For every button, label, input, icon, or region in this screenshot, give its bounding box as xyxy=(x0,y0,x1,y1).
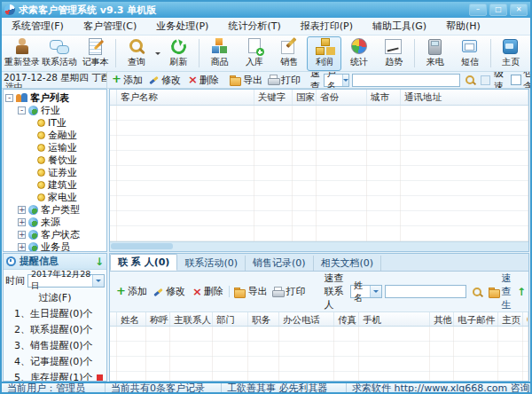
col-position[interactable]: 职务 xyxy=(248,312,279,326)
minimize-button[interactable]: – xyxy=(469,4,487,16)
delete-contact-button[interactable]: 删除 xyxy=(191,285,223,298)
expand-box-icon[interactable]: + xyxy=(18,231,26,239)
add-contact-button[interactable]: 添加 xyxy=(114,285,147,298)
collapse-box-icon[interactable]: - xyxy=(5,94,13,102)
collapse-arrow-icon[interactable]: ↓ xyxy=(95,256,104,268)
tree-item-securities[interactable]: 证券业 xyxy=(37,166,106,178)
col-name[interactable]: 姓名 xyxy=(117,312,146,326)
reminder-item-stock[interactable]: 5、库存提醒(1)个 xyxy=(4,370,106,382)
homepage-button[interactable]: 主页 xyxy=(494,36,528,71)
menu-statistics[interactable]: 统计分析(T) xyxy=(218,18,290,35)
quick-search-input[interactable] xyxy=(352,74,460,87)
menu-business[interactable]: 业务处理(P) xyxy=(146,18,218,35)
trend-button[interactable]: 趋势 xyxy=(377,36,411,71)
contact-table-body[interactable] xyxy=(110,327,528,381)
tree-item-construction[interactable]: 建筑业 xyxy=(37,178,106,191)
query-dropdown-arrow-icon[interactable] xyxy=(154,50,161,58)
collapse-box-icon[interactable]: - xyxy=(18,106,26,114)
col-other[interactable]: 其他 xyxy=(430,312,454,326)
add-customer-button[interactable]: 添加 xyxy=(110,74,143,87)
tree-item-customer-list[interactable]: - 客户列表 xyxy=(5,91,106,104)
globe-icon xyxy=(28,230,38,240)
contact-search-field-select[interactable]: 姓名 xyxy=(350,285,381,298)
print-contact-button[interactable]: 打印 xyxy=(272,285,305,298)
menu-system[interactable]: 系统管理(F) xyxy=(2,18,74,35)
col-fax[interactable]: 传真 xyxy=(334,312,359,326)
goods-button[interactable]: 商品 xyxy=(202,36,237,71)
reminder-item-sales[interactable]: 3、销售提醒(0)个 xyxy=(4,338,106,354)
query-button[interactable]: 查询 xyxy=(119,36,153,71)
sales-button[interactable]: 销售 xyxy=(272,36,307,71)
tree-item-catering[interactable]: 餐饮业 xyxy=(37,154,106,166)
col-salutation[interactable]: 称呼 xyxy=(146,312,170,326)
tree-item-source[interactable]: + 来源 xyxy=(18,216,106,228)
menu-customer[interactable]: 客户管理(C) xyxy=(74,18,146,35)
refresh-button[interactable]: 刷新 xyxy=(161,36,196,71)
expand-box-icon[interactable]: + xyxy=(18,206,26,214)
menu-report-print[interactable]: 报表打印(P) xyxy=(291,18,363,35)
tree-item-it[interactable]: IT业 xyxy=(37,116,106,129)
incoming-call-button[interactable]: 来电 xyxy=(418,36,452,71)
contact-activity-button[interactable]: 联系活动 xyxy=(41,36,78,71)
stock-in-button[interactable]: 入库 xyxy=(237,36,271,71)
quick-search-field-select[interactable]: 客户名称 xyxy=(324,74,349,87)
tree-item-customer-status[interactable]: + 客户状态 xyxy=(18,228,106,240)
tree-item-transport[interactable]: 运输业 xyxy=(37,141,106,154)
quick-search-go-icon[interactable] xyxy=(465,75,476,85)
advanced-search-link[interactable]: 高级速查 xyxy=(494,72,504,89)
notepad-button[interactable]: 记事本 xyxy=(78,36,113,71)
expand-box-icon[interactable]: + xyxy=(18,218,26,226)
col-qq[interactable]: QQ xyxy=(523,312,528,326)
birthday-folder-icon[interactable] xyxy=(489,287,500,297)
col-province[interactable]: 省份 xyxy=(317,90,367,105)
col-main-contact[interactable]: 主联系人 xyxy=(170,312,213,326)
col-department[interactable]: 部门 xyxy=(213,312,248,326)
secondary-search-icon[interactable] xyxy=(480,75,491,85)
col-customer-name[interactable]: 客户名称 xyxy=(117,90,254,105)
tab-related-docs[interactable]: 相关文档(0) xyxy=(314,256,382,271)
contact-search-go-icon[interactable] xyxy=(472,287,483,297)
tree-item-finance[interactable]: 金融业 xyxy=(37,129,106,141)
sms-button[interactable]: 短信 xyxy=(452,36,487,71)
contact-search-input[interactable] xyxy=(385,285,466,298)
menu-help[interactable]: 帮助(H) xyxy=(436,18,490,35)
scroll-top-icon[interactable]: ↑ xyxy=(517,286,526,298)
col-homepage[interactable]: 主页 xyxy=(498,312,523,326)
col-mobile[interactable]: 手机 xyxy=(359,312,430,326)
delete-customer-button[interactable]: 删除 xyxy=(186,74,219,87)
contain-checkbox[interactable] xyxy=(511,75,521,85)
tree-item-appliance[interactable]: 家电业 xyxy=(37,191,106,203)
col-email[interactable]: 电子邮件 xyxy=(454,312,498,326)
reminder-item-birthday[interactable]: 1、生日提醒(0)个 xyxy=(4,306,106,322)
horizontal-scrollbar[interactable] xyxy=(110,241,528,251)
export-contact-button[interactable]: 导出 xyxy=(234,285,267,298)
close-button[interactable]: ✕ xyxy=(510,4,528,16)
tab-sales-records[interactable]: 销售记录(0) xyxy=(246,256,314,271)
customer-table-body[interactable] xyxy=(110,106,528,241)
filter-button[interactable]: 过滤(F) xyxy=(4,291,106,306)
maximize-button[interactable]: □ xyxy=(489,4,507,16)
col-city[interactable]: 城市 xyxy=(367,90,401,105)
relogin-button[interactable]: 重新登录 xyxy=(4,36,41,71)
edit-customer-button[interactable]: 修改 xyxy=(148,74,181,87)
tab-contacts[interactable]: 联 系 人(0) xyxy=(110,254,177,271)
profit-button[interactable]: 利润 xyxy=(307,36,341,71)
tree-item-industry[interactable]: - 行业 xyxy=(18,104,106,116)
menu-tools[interactable]: 辅助工具(G) xyxy=(363,18,436,35)
expand-box-icon[interactable]: + xyxy=(18,243,26,251)
reminder-item-note[interactable]: 4、记事提醒(0)个 xyxy=(4,354,106,370)
col-keyword[interactable]: 关键字 xyxy=(254,90,293,105)
print-button[interactable]: 打印 xyxy=(268,74,301,87)
col-office-phone[interactable]: 办公电话 xyxy=(279,312,334,326)
col-country[interactable]: 国家 xyxy=(293,90,317,105)
col-address[interactable]: 通讯地址 xyxy=(401,90,528,105)
quick-birthday-link[interactable]: 速查生 xyxy=(502,272,515,311)
tree-item-customer-type[interactable]: + 客户类型 xyxy=(18,203,106,216)
tree-item-salesperson[interactable]: + 业务员 xyxy=(18,240,106,252)
reminder-item-contact[interactable]: 2、联系提醒(0)个 xyxy=(4,322,106,338)
reminder-date-select[interactable]: 2017年12月28日 xyxy=(27,274,105,288)
tab-contact-activity[interactable]: 联系活动(0) xyxy=(177,256,246,271)
edit-contact-button[interactable]: 修改 xyxy=(153,285,185,298)
export-button[interactable]: 导出 xyxy=(230,74,262,87)
statistics-button[interactable]: 统计 xyxy=(341,36,376,71)
